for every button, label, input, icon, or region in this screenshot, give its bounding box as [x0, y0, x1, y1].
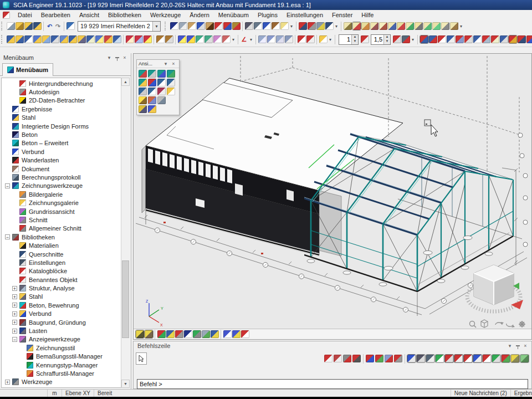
member-op-icon[interactable]	[95, 35, 104, 43]
separator[interactable]	[123, 35, 124, 44]
cut-icon[interactable]	[144, 35, 152, 43]
tree-scrollbar[interactable]: ▲ ▼	[121, 78, 130, 388]
print-icon[interactable]	[245, 22, 253, 30]
tree-item[interactable]: Verbund	[2, 147, 129, 156]
pin-icon[interactable]	[113, 54, 121, 61]
support-icon[interactable]	[420, 35, 428, 43]
menu-item[interactable]: Ändern	[185, 11, 213, 19]
separator[interactable]	[221, 330, 221, 339]
status-results[interactable]: Ergebn	[510, 390, 532, 397]
tree-item[interactable]: Bemaßungsstil-Manager	[2, 352, 129, 361]
member-op-icon[interactable]	[60, 35, 68, 43]
member-op-icon[interactable]	[16, 35, 24, 43]
light-icon[interactable]	[139, 96, 147, 104]
gallery-icon[interactable]	[167, 88, 175, 95]
save-all-icon[interactable]	[24, 22, 33, 30]
tree-item[interactable]: Beton	[2, 130, 129, 139]
multicopy-icon[interactable]	[204, 35, 213, 43]
member-op-icon[interactable]	[86, 35, 95, 43]
delete-node-icon[interactable]	[352, 355, 361, 362]
circle-icon[interactable]	[343, 355, 351, 362]
ruler-icon[interactable]	[211, 330, 219, 338]
clipbox-icon[interactable]	[148, 105, 156, 113]
separator[interactable]	[335, 35, 335, 44]
structure-icon[interactable]	[223, 22, 232, 30]
chevron-down-icon[interactable]: ▾	[506, 342, 514, 349]
tree-expander-icon[interactable]: −	[12, 337, 17, 342]
separator[interactable]	[363, 354, 364, 364]
member-op-icon[interactable]	[24, 35, 33, 43]
status-messages[interactable]: Neue Nachrichten (2)	[451, 390, 510, 397]
lasso-icon[interactable]	[126, 35, 134, 43]
copy-icon[interactable]	[196, 35, 204, 43]
endpoint-snap-icon[interactable]	[445, 355, 453, 362]
view-camera-icon[interactable]	[157, 70, 166, 78]
text-abc-icon[interactable]	[184, 330, 192, 338]
model-viewport[interactable]: Z Y X	[133, 53, 532, 340]
move-icon[interactable]	[178, 35, 186, 43]
rotate-icon[interactable]	[187, 35, 195, 43]
view-flag-icon[interactable]	[379, 22, 387, 30]
menu-item[interactable]: Bibliotheken	[104, 11, 146, 19]
more-arrow-icon[interactable]: ▾	[231, 35, 236, 43]
view-flag-icon[interactable]	[432, 22, 441, 30]
settings-b-icon[interactable]	[139, 105, 147, 113]
view-flag-icon[interactable]	[450, 22, 458, 30]
paste-icon[interactable]	[258, 35, 267, 43]
section-check-icon[interactable]	[325, 22, 334, 30]
project-item-combobox[interactable]: 19 929 Imeri Rheifelden 2 ▾	[78, 21, 161, 32]
chevron-down-icon[interactable]: ▾	[105, 54, 113, 61]
tree-item[interactable]: Hintergrundberechnung	[2, 79, 129, 88]
print-preview-icon[interactable]	[254, 22, 262, 30]
separator[interactable]	[155, 330, 155, 339]
tree-item[interactable]: Ergebnisse	[2, 105, 129, 113]
grip[interactable]	[1, 35, 4, 44]
cursor-snap-icon[interactable]	[407, 355, 416, 362]
support-icon[interactable]	[456, 35, 464, 43]
tree-expander-icon[interactable]: +	[12, 320, 17, 325]
more-arrow-icon[interactable]: ▾	[328, 35, 333, 43]
weight-icon[interactable]	[166, 330, 175, 338]
view-flag-icon[interactable]	[344, 22, 352, 30]
active-document-icon[interactable]	[3, 12, 10, 19]
grid-dot-icon[interactable]	[232, 330, 241, 338]
tree-item[interactable]: Integrierte Design Forms	[2, 122, 129, 130]
table-yellow-icon[interactable]	[511, 355, 519, 362]
menu-item[interactable]: Plugins	[253, 11, 282, 19]
catalog-icon[interactable]	[206, 22, 214, 30]
tree-item[interactable]: − Anzeigewerkzeuge	[2, 335, 129, 344]
separator[interactable]	[175, 35, 176, 44]
menu-item[interactable]: Datei	[13, 11, 37, 19]
view-flag-icon[interactable]	[370, 22, 378, 30]
more-arrow-icon[interactable]: ▾	[459, 22, 464, 30]
view-flag-icon[interactable]	[406, 22, 414, 30]
member-op-icon[interactable]	[113, 35, 121, 43]
tree-item[interactable]: Schnitt	[2, 216, 129, 224]
tree-item[interactable]: Benanntes Objekt	[2, 275, 129, 284]
spinner-arrows[interactable]: ▲▼	[383, 35, 390, 44]
grid-blue-icon[interactable]	[223, 330, 232, 338]
member-op-icon[interactable]	[42, 35, 50, 43]
view-flag-icon[interactable]	[415, 22, 423, 30]
tree-item[interactable]: + Werkzeuge	[2, 378, 129, 386]
import-icon[interactable]	[319, 35, 328, 43]
zoom-selection-icon[interactable]	[157, 88, 166, 95]
zoom-out-icon[interactable]	[167, 79, 175, 86]
tree-item[interactable]: Schraffurstil-Manager	[2, 369, 129, 377]
mesh-icon[interactable]	[202, 330, 210, 338]
tree-item[interactable]: Zeichnungsstil	[2, 344, 129, 352]
ucs-icon[interactable]	[157, 330, 166, 338]
tree-item[interactable]: Querschnitte	[2, 250, 129, 258]
scale-spinner[interactable]: 1 ▲▼	[339, 34, 359, 45]
menu-item[interactable]: Einstellungen	[282, 11, 328, 19]
member-op-icon[interactable]	[33, 35, 42, 43]
tree-expander-icon[interactable]: −	[5, 183, 10, 188]
zigzag-snap-icon[interactable]	[483, 355, 491, 362]
separator[interactable]	[316, 35, 317, 44]
grip[interactable]	[1, 22, 4, 30]
scroll-up-icon[interactable]: ▲	[121, 78, 130, 86]
tree-item[interactable]: Zeichnungsgalerie	[2, 198, 129, 207]
tree-item[interactable]: Kennungstyp-Manager	[2, 361, 129, 369]
project-window-icon[interactable]	[66, 22, 75, 30]
delete-x-icon[interactable]	[306, 35, 315, 43]
